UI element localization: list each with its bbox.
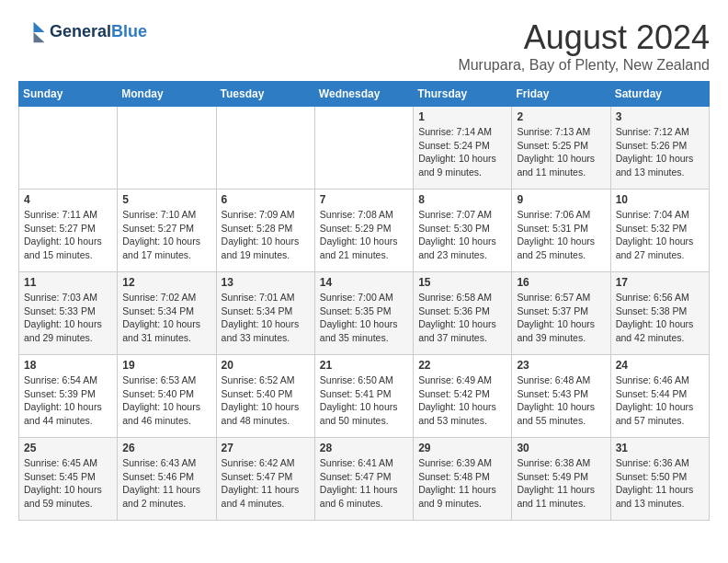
day-number: 6 bbox=[222, 193, 310, 206]
day-number: 1 bbox=[418, 110, 506, 123]
day-info: Sunrise: 6:50 AMSunset: 5:41 PMDaylight:… bbox=[320, 373, 408, 428]
calendar-cell: 29Sunrise: 6:39 AMSunset: 5:48 PMDayligh… bbox=[414, 438, 512, 521]
day-info: Sunrise: 6:38 AMSunset: 5:49 PMDaylight:… bbox=[517, 456, 605, 511]
day-info: Sunrise: 6:42 AMSunset: 5:47 PMDaylight:… bbox=[222, 456, 310, 511]
day-info: Sunrise: 7:06 AMSunset: 5:31 PMDaylight:… bbox=[517, 208, 605, 262]
day-number: 31 bbox=[616, 442, 704, 454]
day-info: Sunrise: 6:58 AMSunset: 5:36 PMDaylight:… bbox=[418, 291, 506, 345]
day-info: Sunrise: 7:09 AMSunset: 5:28 PMDaylight:… bbox=[222, 208, 310, 262]
day-number: 27 bbox=[222, 442, 310, 454]
logo-icon bbox=[18, 18, 46, 46]
calendar-week-1: 1Sunrise: 7:14 AMSunset: 5:24 PMDaylight… bbox=[19, 107, 710, 190]
day-number: 8 bbox=[418, 193, 506, 206]
calendar-cell: 19Sunrise: 6:53 AMSunset: 5:40 PMDayligh… bbox=[118, 355, 216, 438]
day-info: Sunrise: 7:11 AMSunset: 5:27 PMDaylight:… bbox=[24, 208, 112, 262]
day-number: 14 bbox=[320, 276, 408, 289]
calendar-body: 1Sunrise: 7:14 AMSunset: 5:24 PMDaylight… bbox=[19, 107, 710, 521]
day-number: 3 bbox=[616, 110, 704, 123]
day-number: 17 bbox=[616, 276, 704, 289]
logo-text-line1: GeneralBlue bbox=[50, 23, 147, 41]
calendar-table: SundayMondayTuesdayWednesdayThursdayFrid… bbox=[18, 81, 710, 521]
day-info: Sunrise: 7:03 AMSunset: 5:33 PMDaylight:… bbox=[24, 291, 112, 345]
calendar-cell: 1Sunrise: 7:14 AMSunset: 5:24 PMDaylight… bbox=[414, 107, 512, 190]
calendar-header: SundayMondayTuesdayWednesdayThursdayFrid… bbox=[19, 82, 710, 107]
calendar-week-5: 25Sunrise: 6:45 AMSunset: 5:45 PMDayligh… bbox=[19, 438, 710, 521]
day-number: 26 bbox=[122, 442, 210, 454]
day-number: 13 bbox=[222, 276, 310, 289]
calendar-cell bbox=[19, 107, 118, 190]
header-day-monday: Monday bbox=[118, 82, 216, 107]
day-number: 28 bbox=[320, 442, 408, 454]
calendar-cell: 28Sunrise: 6:41 AMSunset: 5:47 PMDayligh… bbox=[314, 438, 413, 521]
day-number: 21 bbox=[320, 359, 408, 372]
calendar-cell: 22Sunrise: 6:49 AMSunset: 5:42 PMDayligh… bbox=[414, 355, 512, 438]
day-number: 30 bbox=[517, 442, 605, 454]
day-info: Sunrise: 6:56 AMSunset: 5:38 PMDaylight:… bbox=[616, 291, 704, 345]
day-info: Sunrise: 7:04 AMSunset: 5:32 PMDaylight:… bbox=[616, 208, 704, 262]
day-info: Sunrise: 6:36 AMSunset: 5:50 PMDaylight:… bbox=[616, 456, 704, 511]
calendar-cell: 25Sunrise: 6:45 AMSunset: 5:45 PMDayligh… bbox=[19, 438, 118, 521]
calendar-cell: 12Sunrise: 7:02 AMSunset: 5:34 PMDayligh… bbox=[118, 272, 216, 355]
day-info: Sunrise: 6:48 AMSunset: 5:43 PMDaylight:… bbox=[517, 373, 605, 428]
calendar-cell: 6Sunrise: 7:09 AMSunset: 5:28 PMDaylight… bbox=[216, 190, 314, 272]
header-day-friday: Friday bbox=[512, 82, 610, 107]
calendar-week-2: 4Sunrise: 7:11 AMSunset: 5:27 PMDaylight… bbox=[19, 190, 710, 272]
day-info: Sunrise: 6:39 AMSunset: 5:48 PMDaylight:… bbox=[418, 456, 506, 511]
header-row: SundayMondayTuesdayWednesdayThursdayFrid… bbox=[19, 82, 710, 107]
day-number: 20 bbox=[222, 359, 310, 372]
day-info: Sunrise: 6:41 AMSunset: 5:47 PMDaylight:… bbox=[320, 456, 408, 511]
day-info: Sunrise: 7:10 AMSunset: 5:27 PMDaylight:… bbox=[122, 208, 210, 262]
calendar-cell: 26Sunrise: 6:43 AMSunset: 5:46 PMDayligh… bbox=[118, 438, 216, 521]
calendar-week-3: 11Sunrise: 7:03 AMSunset: 5:33 PMDayligh… bbox=[19, 272, 710, 355]
title-block: August 2024 Murupara, Bay of Plenty, New… bbox=[458, 18, 710, 74]
day-number: 16 bbox=[517, 276, 605, 289]
header-day-wednesday: Wednesday bbox=[314, 82, 413, 107]
day-info: Sunrise: 6:45 AMSunset: 5:45 PMDaylight:… bbox=[24, 456, 112, 511]
calendar-cell: 16Sunrise: 6:57 AMSunset: 5:37 PMDayligh… bbox=[512, 272, 610, 355]
day-info: Sunrise: 7:02 AMSunset: 5:34 PMDaylight:… bbox=[122, 291, 210, 345]
subtitle: Murupara, Bay of Plenty, New Zealand bbox=[458, 57, 710, 74]
day-info: Sunrise: 6:43 AMSunset: 5:46 PMDaylight:… bbox=[122, 456, 210, 511]
calendar-week-4: 18Sunrise: 6:54 AMSunset: 5:39 PMDayligh… bbox=[19, 355, 710, 438]
day-info: Sunrise: 6:57 AMSunset: 5:37 PMDaylight:… bbox=[517, 291, 605, 345]
day-info: Sunrise: 6:49 AMSunset: 5:42 PMDaylight:… bbox=[418, 373, 506, 428]
calendar-cell: 5Sunrise: 7:10 AMSunset: 5:27 PMDaylight… bbox=[118, 190, 216, 272]
calendar-cell: 18Sunrise: 6:54 AMSunset: 5:39 PMDayligh… bbox=[19, 355, 118, 438]
day-number: 24 bbox=[616, 359, 704, 372]
day-info: Sunrise: 6:53 AMSunset: 5:40 PMDaylight:… bbox=[122, 373, 210, 428]
header-day-saturday: Saturday bbox=[610, 82, 709, 107]
header-day-tuesday: Tuesday bbox=[216, 82, 314, 107]
calendar-cell: 9Sunrise: 7:06 AMSunset: 5:31 PMDaylight… bbox=[512, 190, 610, 272]
day-info: Sunrise: 6:52 AMSunset: 5:40 PMDaylight:… bbox=[222, 373, 310, 428]
day-info: Sunrise: 7:12 AMSunset: 5:26 PMDaylight:… bbox=[616, 125, 704, 179]
calendar-cell: 24Sunrise: 6:46 AMSunset: 5:44 PMDayligh… bbox=[610, 355, 709, 438]
svg-marker-1 bbox=[34, 32, 45, 42]
day-info: Sunrise: 7:08 AMSunset: 5:29 PMDaylight:… bbox=[320, 208, 408, 262]
day-info: Sunrise: 7:13 AMSunset: 5:25 PMDaylight:… bbox=[517, 125, 605, 179]
day-info: Sunrise: 7:14 AMSunset: 5:24 PMDaylight:… bbox=[418, 125, 506, 179]
day-number: 18 bbox=[24, 359, 112, 372]
calendar-cell: 30Sunrise: 6:38 AMSunset: 5:49 PMDayligh… bbox=[512, 438, 610, 521]
calendar-cell: 8Sunrise: 7:07 AMSunset: 5:30 PMDaylight… bbox=[414, 190, 512, 272]
calendar-cell bbox=[118, 107, 216, 190]
day-number: 2 bbox=[517, 110, 605, 123]
svg-marker-0 bbox=[34, 22, 45, 32]
header-day-thursday: Thursday bbox=[414, 82, 512, 107]
calendar-cell: 4Sunrise: 7:11 AMSunset: 5:27 PMDaylight… bbox=[19, 190, 118, 272]
day-number: 5 bbox=[122, 193, 210, 206]
day-number: 15 bbox=[418, 276, 506, 289]
day-number: 22 bbox=[418, 359, 506, 372]
day-number: 4 bbox=[24, 193, 112, 206]
calendar-cell: 23Sunrise: 6:48 AMSunset: 5:43 PMDayligh… bbox=[512, 355, 610, 438]
main-title: August 2024 bbox=[458, 18, 710, 57]
day-number: 11 bbox=[24, 276, 112, 289]
day-number: 25 bbox=[24, 442, 112, 454]
page-header: GeneralBlue August 2024 Murupara, Bay of… bbox=[18, 18, 710, 74]
calendar-cell bbox=[314, 107, 413, 190]
day-info: Sunrise: 7:00 AMSunset: 5:35 PMDaylight:… bbox=[320, 291, 408, 345]
day-number: 12 bbox=[122, 276, 210, 289]
day-info: Sunrise: 6:54 AMSunset: 5:39 PMDaylight:… bbox=[24, 373, 112, 428]
day-info: Sunrise: 7:07 AMSunset: 5:30 PMDaylight:… bbox=[418, 208, 506, 262]
logo: GeneralBlue bbox=[18, 18, 147, 46]
calendar-cell: 11Sunrise: 7:03 AMSunset: 5:33 PMDayligh… bbox=[19, 272, 118, 355]
